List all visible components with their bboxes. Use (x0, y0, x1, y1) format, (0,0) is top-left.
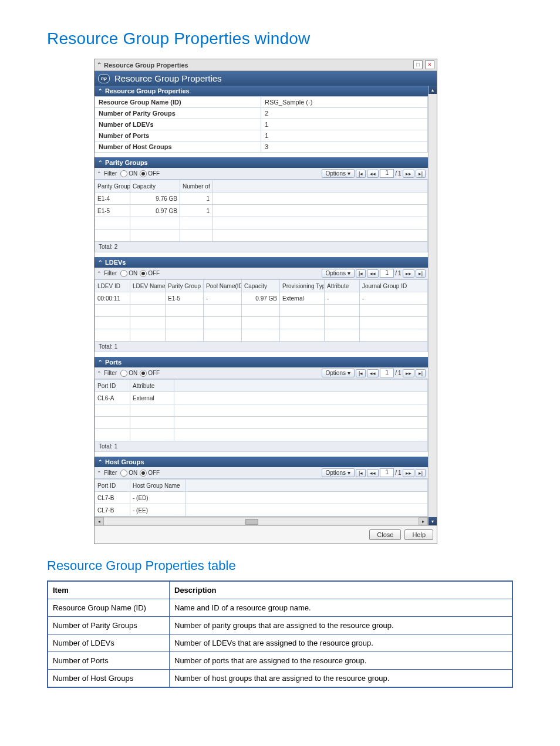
section-header-parity[interactable]: ⌃Parity Groups (95, 157, 428, 168)
page-prev-button[interactable]: ◂◂ (367, 269, 379, 278)
page-prev-button[interactable]: ◂◂ (367, 170, 379, 178)
section-title: Ports (105, 359, 122, 366)
pager: Options▾ |◂ ◂◂ 1 / 1 ▸▸ ▸| (322, 369, 426, 377)
collapse-icon[interactable]: ⌃ (97, 470, 102, 476)
parity-groups-table: Parity Group IDCapacityNumber of LDEVs E… (95, 180, 428, 242)
scroll-track[interactable] (104, 517, 419, 525)
cell: Number of host groups that are assigned … (170, 670, 513, 688)
filter-on-radio[interactable]: ON (120, 270, 137, 277)
help-button[interactable]: Help (404, 529, 433, 540)
filter-on-radio[interactable]: ON (120, 370, 137, 377)
properties-description-table: ItemDescription Resource Group Name (ID)… (47, 580, 513, 688)
section-header-ldevs[interactable]: ⌃LDEVs (95, 257, 428, 268)
page-current-input[interactable]: 1 (380, 369, 394, 377)
filter-off-radio[interactable]: OFF (140, 270, 160, 277)
filter-off-radio[interactable]: OFF (140, 170, 160, 177)
table-row[interactable]: CL7-B- (EE) (95, 504, 428, 517)
col-header: Item (48, 581, 170, 599)
page-first-button[interactable]: |◂ (356, 170, 366, 178)
filter-on-radio[interactable]: ON (120, 470, 137, 477)
total-row: Total: 1 (95, 342, 428, 352)
options-button[interactable]: Options▾ (322, 169, 355, 178)
col-header[interactable]: Port ID (95, 480, 130, 492)
table-row[interactable]: 00:00:11E1-5-0.97 GBExternal-- (95, 292, 428, 305)
options-button[interactable]: Options▾ (322, 369, 355, 377)
page-first-button[interactable]: |◂ (356, 469, 366, 477)
options-button[interactable]: Options▾ (322, 269, 355, 278)
options-button[interactable]: Options▾ (322, 468, 355, 477)
page-first-button[interactable]: |◂ (356, 369, 366, 377)
page-next-button[interactable]: ▸▸ (403, 469, 414, 477)
col-header[interactable]: Provisioning Type (280, 280, 325, 292)
scroll-right-icon[interactable]: ▸ (419, 517, 428, 525)
cell: Number of Parity Groups (48, 617, 170, 634)
total-row: Total: 2 (95, 242, 428, 252)
filter-off-radio[interactable]: OFF (140, 370, 160, 377)
col-header[interactable]: Capacity (242, 280, 280, 292)
page-last-button[interactable]: ▸| (416, 369, 426, 377)
page-last-button[interactable]: ▸| (416, 269, 426, 278)
section-title: Resource Group Properties (105, 87, 190, 94)
window-titlebar: ⌃ Resource Group Properties □ × (95, 59, 437, 71)
collapse-icon: ⌃ (98, 259, 103, 265)
page-current-input[interactable]: 1 (380, 169, 394, 178)
col-header[interactable]: Capacity (130, 180, 180, 193)
col-header[interactable]: Pool Name(ID) (204, 280, 242, 292)
col-empty (174, 380, 428, 392)
collapse-icon[interactable]: ⌃ (97, 171, 102, 177)
horizontal-scrollbar[interactable]: ◂ ▸ (95, 517, 428, 525)
close-icon[interactable]: × (425, 60, 434, 69)
chevron-down-icon: ▾ (348, 170, 350, 177)
vertical-scrollbar[interactable]: ▴ ▾ (428, 86, 437, 525)
table-row[interactable]: E1-50.97 GB1 (95, 205, 428, 217)
col-header[interactable]: LDEV ID (95, 280, 130, 292)
col-header[interactable]: Number of LDEVs (180, 180, 212, 193)
maximize-button[interactable]: □ (413, 60, 423, 69)
scroll-down-icon[interactable]: ▾ (429, 517, 437, 525)
page-last-button[interactable]: ▸| (416, 170, 426, 178)
col-header[interactable]: Parity Group ID (95, 180, 130, 193)
table-row[interactable]: CL6-AExternal (95, 392, 428, 404)
collapse-icon[interactable]: ⌃ (97, 62, 102, 68)
cell: External (280, 292, 325, 305)
table-row (95, 217, 428, 229)
col-header[interactable]: Attribute (130, 380, 174, 392)
close-button[interactable]: Close (369, 529, 401, 540)
page-prev-button[interactable]: ◂◂ (367, 369, 379, 377)
filter-on-radio[interactable]: ON (120, 170, 137, 177)
section-header-ports[interactable]: ⌃Ports (95, 357, 428, 367)
scroll-up-icon[interactable]: ▴ (429, 86, 437, 94)
filter-off-radio[interactable]: OFF (140, 470, 160, 477)
cell: CL7-B (95, 492, 130, 504)
table-row (95, 417, 428, 429)
col-header[interactable]: LDEV Name (130, 280, 166, 292)
collapse-icon[interactable]: ⌃ (97, 370, 102, 376)
section-header-hostgroups[interactable]: ⌃Host Groups (95, 457, 428, 467)
collapse-icon[interactable]: ⌃ (97, 271, 102, 276)
page-next-button[interactable]: ▸▸ (403, 369, 414, 377)
scroll-handle[interactable] (245, 519, 258, 525)
page-next-button[interactable]: ▸▸ (403, 170, 414, 178)
hostgroups-table: Port IDHost Group Name CL7-B- (ED) CL7-B… (95, 479, 428, 517)
col-header[interactable]: Attribute (325, 280, 360, 292)
page-current-input[interactable]: 1 (380, 468, 394, 477)
col-header[interactable]: Host Group Name (130, 480, 186, 492)
page-current-input[interactable]: 1 (380, 269, 394, 278)
scroll-left-icon[interactable]: ◂ (95, 517, 104, 525)
page-first-button[interactable]: |◂ (356, 269, 366, 278)
table-row[interactable]: CL7-B- (ED) (95, 492, 428, 504)
radio-icon (120, 470, 127, 477)
col-header[interactable]: Parity Group ID (166, 280, 204, 292)
table-row (95, 404, 428, 417)
table-row[interactable]: E1-49.76 GB1 (95, 193, 428, 205)
col-header[interactable]: Journal Group ID (360, 280, 428, 292)
radio-label: ON (129, 170, 137, 177)
radio-icon (140, 370, 147, 377)
section-header-properties[interactable]: ⌃ Resource Group Properties (95, 86, 428, 96)
col-header[interactable]: Port ID (95, 380, 130, 392)
page-next-button[interactable]: ▸▸ (403, 269, 414, 278)
page-last-button[interactable]: ▸| (416, 469, 426, 477)
scroll-track[interactable] (429, 94, 437, 517)
page-prev-button[interactable]: ◂◂ (367, 469, 379, 477)
cell: 00:00:11 (95, 292, 130, 305)
